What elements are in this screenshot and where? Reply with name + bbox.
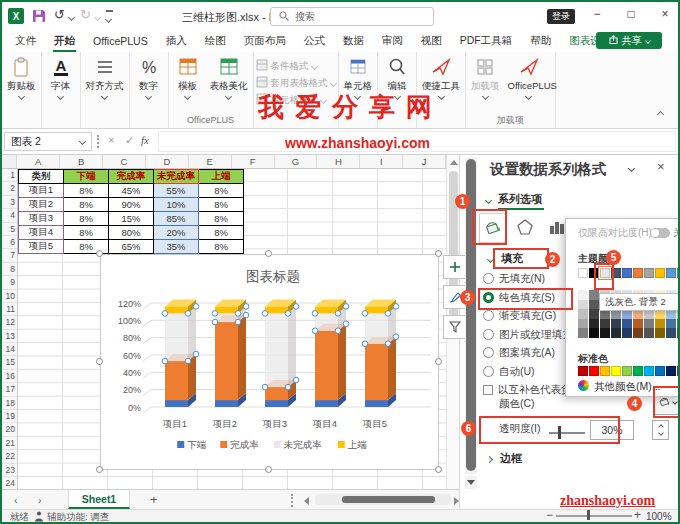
chart-resize-handle[interactable]: [435, 466, 442, 473]
theme-shade-swatch[interactable]: [589, 290, 599, 300]
theme-shade-swatch[interactable]: [578, 290, 588, 300]
theme-color-swatch[interactable]: [644, 268, 654, 278]
fill-line-tab[interactable]: [479, 213, 506, 243]
zoom-slider-thumb[interactable]: [587, 510, 590, 520]
table-cell[interactable]: 35%: [154, 240, 199, 254]
theme-shade-swatch[interactable]: [611, 319, 621, 329]
chart-resize-handle[interactable]: [265, 250, 272, 257]
theme-shade-swatch[interactable]: [589, 319, 599, 329]
theme-shade-swatch[interactable]: [589, 328, 599, 338]
standard-color-swatch[interactable]: [589, 366, 599, 376]
transparency-slider[interactable]: [549, 432, 585, 434]
table-cell[interactable]: 8%: [199, 226, 244, 240]
table-cell[interactable]: 项目4: [19, 226, 64, 240]
row-header-22[interactable]: 22: [2, 450, 17, 463]
sheet-next-icon[interactable]: ›: [38, 494, 42, 506]
ribbon-button-对齐方式[interactable]: 对齐方式: [83, 55, 127, 100]
login-button[interactable]: 登录: [547, 9, 575, 24]
table-header-cell[interactable]: 完成率: [109, 170, 154, 184]
menu-tab-公式[interactable]: 公式: [295, 30, 334, 52]
theme-shade-swatch[interactable]: [611, 328, 621, 338]
fill-radio-4[interactable]: [483, 329, 494, 340]
theme-shade-swatch[interactable]: [633, 328, 643, 338]
theme-shade-swatch[interactable]: [655, 319, 665, 329]
menu-tab-视图[interactable]: 视图: [412, 30, 451, 52]
table-header-cell[interactable]: 未完成率: [154, 170, 199, 184]
row-header-4[interactable]: 4: [2, 209, 17, 222]
row-header-5[interactable]: 5: [2, 223, 17, 236]
table-header-cell[interactable]: 上端: [199, 170, 244, 184]
row-header-8[interactable]: 8: [2, 263, 17, 276]
fill-radio-6[interactable]: [483, 366, 494, 377]
theme-shade-swatch[interactable]: [600, 319, 610, 329]
row-header-17[interactable]: 17: [2, 383, 17, 396]
theme-color-swatch[interactable]: [589, 268, 599, 278]
row-header-9[interactable]: 9: [2, 276, 17, 289]
theme-shade-swatch[interactable]: [589, 300, 599, 310]
name-box[interactable]: 图表 2: [4, 132, 92, 151]
chart-resize-handle[interactable]: [435, 358, 442, 365]
table-cell[interactable]: 项目2: [19, 198, 64, 212]
row-header-3[interactable]: 3: [2, 196, 17, 209]
row-header-14[interactable]: 14: [2, 343, 17, 356]
more-colors-label[interactable]: 其他颜色(M)...: [594, 380, 661, 394]
menu-tab-审阅[interactable]: 审阅: [373, 30, 412, 52]
select-all-corner[interactable]: [2, 155, 17, 168]
theme-shade-swatch[interactable]: [622, 319, 632, 329]
menu-tab-插入[interactable]: 插入: [157, 30, 196, 52]
standard-color-swatch[interactable]: [666, 366, 676, 376]
add-sheet-icon[interactable]: +: [150, 492, 158, 507]
menu-tab-数据[interactable]: 数据: [334, 30, 373, 52]
menu-tab-绘图[interactable]: 绘图: [196, 30, 235, 52]
table-cell[interactable]: 90%: [109, 198, 154, 212]
column-header-G[interactable]: G: [275, 155, 318, 168]
column-header-J[interactable]: J: [403, 155, 446, 168]
column-header-D[interactable]: D: [146, 155, 189, 168]
zoom-in-icon[interactable]: +: [634, 508, 641, 522]
qat-customize-icon[interactable]: [106, 10, 113, 24]
standard-color-swatch[interactable]: [600, 366, 610, 376]
chart-resize-handle[interactable]: [96, 466, 103, 473]
sheet-prev-icon[interactable]: ‹: [14, 494, 18, 506]
theme-color-swatch[interactable]: [666, 268, 676, 278]
hscroll-thumb[interactable]: [342, 496, 435, 503]
standard-color-swatch[interactable]: [622, 366, 632, 376]
theme-color-swatch[interactable]: [622, 268, 632, 278]
chart-object[interactable]: 120%100%80%60%40%20%0%项目1项目2项目3项目4项目5图表标…: [100, 254, 439, 470]
row-header-6[interactable]: 6: [2, 236, 17, 249]
theme-shade-swatch[interactable]: [600, 328, 610, 338]
theme-shade-swatch[interactable]: [578, 328, 588, 338]
chart-resize-handle[interactable]: [96, 358, 103, 365]
table-cell[interactable]: 8%: [199, 184, 244, 198]
row-header-1[interactable]: 1: [2, 169, 17, 182]
theme-color-swatch[interactable]: [655, 268, 665, 278]
chart-resize-handle[interactable]: [265, 466, 272, 473]
row-header-7[interactable]: 7: [2, 249, 17, 262]
menu-tab-OfficePLUS[interactable]: OfficePLUS: [84, 30, 157, 52]
theme-shade-swatch[interactable]: [622, 328, 632, 338]
chart-filters-button[interactable]: [443, 315, 467, 339]
row-header-16[interactable]: 16: [2, 370, 17, 383]
chart-resize-handle[interactable]: [96, 250, 103, 257]
status-accessibility[interactable]: 辅助功能: 调查: [47, 511, 109, 524]
theme-shade-swatch[interactable]: [589, 309, 599, 319]
theme-color-swatch[interactable]: [633, 268, 643, 278]
transparency-slider-thumb[interactable]: [558, 426, 561, 439]
complement-checkbox[interactable]: [483, 385, 493, 395]
theme-shade-swatch[interactable]: [655, 328, 665, 338]
theme-shade-swatch[interactable]: [644, 319, 654, 329]
search-box[interactable]: 搜索: [270, 7, 434, 26]
table-cell[interactable]: 45%: [109, 184, 154, 198]
table-cell[interactable]: 8%: [64, 184, 109, 198]
row-header-12[interactable]: 12: [2, 316, 17, 329]
standard-color-swatch[interactable]: [633, 366, 643, 376]
maximize-button[interactable]: □: [622, 7, 640, 21]
formula-input[interactable]: www.zhanshaoyi.com: [158, 131, 676, 152]
table-cell[interactable]: 8%: [199, 212, 244, 226]
column-header-C[interactable]: C: [103, 155, 146, 168]
theme-shade-swatch[interactable]: [644, 328, 654, 338]
ribbon-button-字体[interactable]: A字体: [44, 55, 78, 100]
row-header-11[interactable]: 11: [2, 303, 17, 316]
ribbon-button-数字[interactable]: %数字: [132, 55, 166, 100]
table-cell[interactable]: 10%: [154, 198, 199, 212]
